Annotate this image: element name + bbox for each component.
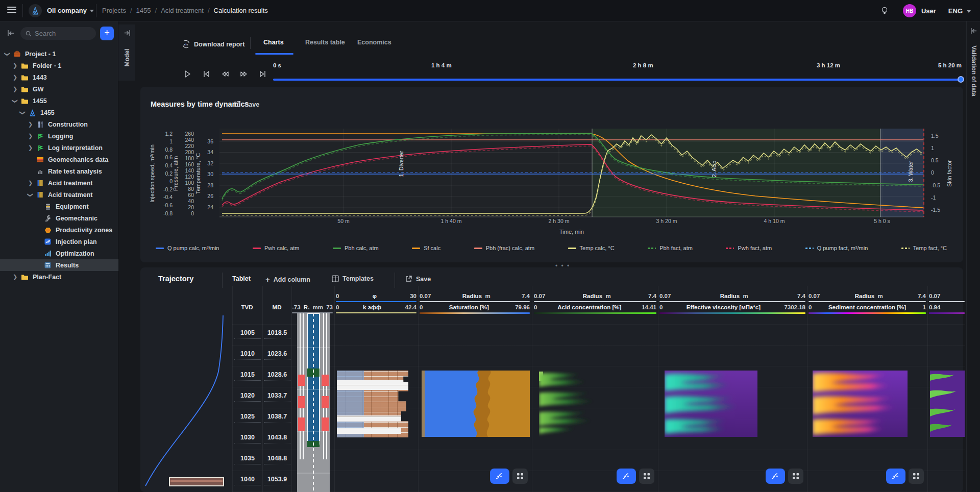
tree-item-productivity-zones[interactable]: Productivity zones <box>0 224 118 236</box>
curve-view-button[interactable] <box>490 469 509 484</box>
col-header-phi[interactable]: 0φ30 <box>336 293 416 299</box>
col-header-keff[interactable]: 0k эфф42.4 <box>336 304 416 310</box>
legend-item[interactable]: Temp calc, °C <box>568 245 615 251</box>
col-header-radius[interactable]: 0.07Radius m7.4 <box>808 293 926 299</box>
grid-view-button[interactable] <box>909 469 924 484</box>
tree-item-plan-fact[interactable]: ❯ Plan-Fact <box>0 271 118 283</box>
col-header-radius[interactable]: 0.07Radius m7.4 <box>420 293 530 299</box>
tree-item-construction[interactable]: ❯ Construction <box>0 118 118 130</box>
model-panel-tab[interactable]: Model <box>118 24 135 81</box>
tree-item-rate-test-analysis[interactable]: Rate test analysis <box>0 165 118 177</box>
legend-item[interactable]: Q pump fact, m³/min <box>805 245 868 251</box>
legend-item[interactable]: Pbh fact, atm <box>648 245 693 251</box>
col-header-partial[interactable]: 0.07 <box>929 293 965 299</box>
grid-view-button[interactable] <box>639 469 654 484</box>
language-caret-icon[interactable] <box>967 10 971 13</box>
trajectory-save-button[interactable]: Save <box>405 275 431 283</box>
tab-economics[interactable]: Economics <box>357 39 391 46</box>
tree-item-1455-well[interactable]: ❯ 1455 <box>0 107 118 118</box>
menu-icon[interactable] <box>7 7 16 14</box>
language-selector[interactable]: ENG <box>948 7 963 15</box>
col-header-partial-min[interactable]: 0.94 <box>929 304 965 310</box>
legend-item[interactable]: Pwh calc, atm <box>253 245 299 251</box>
skip-to-end-button[interactable] <box>258 69 267 79</box>
chevron-right-icon[interactable]: ❯ <box>13 274 18 280</box>
tree-item-1443[interactable]: ❯ 1443 <box>0 71 118 83</box>
col-header-saturation[interactable]: 0Saturation [%]79.96 <box>420 304 530 310</box>
grid-view-button[interactable] <box>788 469 803 484</box>
expand-panel-icon[interactable] <box>124 30 131 36</box>
time-dynamics-chart[interactable]: 1. Diverter 2. Acid 3. Water Injection s… <box>148 100 960 240</box>
legend-item[interactable]: Temp fact, °C <box>901 245 947 251</box>
tree-item-geomechanic[interactable]: Geomechanic <box>0 212 118 224</box>
chevron-down-icon[interactable]: ❯ <box>27 193 34 198</box>
chevron-right-icon[interactable]: ❯ <box>28 144 33 151</box>
company-logo[interactable] <box>29 4 42 17</box>
tree-item-logging[interactable]: ❯ Logging <box>0 130 118 142</box>
download-report-button[interactable]: xls Download report <box>182 40 244 48</box>
col-header-sediment-concentration[interactable]: 0Sediment concentration [%]1 <box>808 304 926 310</box>
legend-item[interactable]: Sf calc <box>412 245 440 251</box>
templates-button[interactable]: Templates <box>332 275 374 282</box>
add-project-button[interactable]: + <box>100 27 114 40</box>
legend-item[interactable]: Pbh calc, atm <box>333 245 379 251</box>
fast-forward-button[interactable] <box>239 69 249 79</box>
col-header-radius[interactable]: 0.07Radius m7.4 <box>659 293 805 299</box>
breadcrumb-item[interactable]: Acid treatment <box>161 7 204 14</box>
avatar[interactable]: HB <box>903 4 916 17</box>
tree-item-log-interpretation[interactable]: ❯ Log interpretation <box>0 142 118 154</box>
section-resize-handle[interactable]: • • • <box>555 262 570 269</box>
legend-item[interactable]: Q pump calc, m³/min <box>156 245 219 251</box>
timeline-track[interactable] <box>273 79 961 81</box>
chevron-right-icon[interactable]: ❯ <box>13 86 18 92</box>
play-button[interactable] <box>183 69 192 79</box>
col-header-r[interactable]: -73R.mm73 <box>292 304 333 310</box>
tree-item-injection-plan[interactable]: Injection plan <box>0 236 118 248</box>
tree-item-acid-treatment-2[interactable]: ❯ Acid treatment <box>0 189 118 201</box>
search-input[interactable]: Search <box>20 27 96 40</box>
chevron-down-icon[interactable]: ❯ <box>12 99 18 104</box>
trajectory-plot[interactable] <box>140 312 235 492</box>
col-header-radius[interactable]: 0.07Radius m7.4 <box>534 293 656 299</box>
legend-item[interactable]: Pwh fact, atm <box>726 245 772 251</box>
user-name[interactable]: User <box>921 7 936 15</box>
col-header-tvd[interactable]: TVD <box>232 304 262 310</box>
curve-view-button[interactable] <box>886 469 905 484</box>
tree-item-optimization[interactable]: Optimization <box>0 248 118 259</box>
rewind-button[interactable] <box>220 69 230 79</box>
tab-charts[interactable]: Charts <box>263 39 284 46</box>
chevron-down-icon[interactable]: ❯ <box>19 111 26 116</box>
breadcrumb-item[interactable]: 1455 <box>136 7 151 14</box>
col-header-md[interactable]: MD <box>263 304 291 310</box>
curve-view-button[interactable] <box>766 469 785 484</box>
chevron-right-icon[interactable]: ❯ <box>13 74 18 81</box>
chevron-right-icon[interactable]: ❯ <box>28 121 33 128</box>
tab-results-table[interactable]: Results table <box>305 39 345 46</box>
tree-item-project-1[interactable]: ❯ Project - 1 <box>0 48 118 60</box>
chevron-down-icon[interactable]: ❯ <box>4 52 11 57</box>
chevron-right-icon[interactable]: ❯ <box>28 180 33 186</box>
lamp-icon[interactable] <box>880 6 889 15</box>
col-header-acid-concentration[interactable]: 0Acid concentration [%]14.41 <box>534 304 656 310</box>
add-column-button[interactable]: + Add column <box>265 275 310 284</box>
tree-item-1455-folder[interactable]: ❯ 1455 <box>0 95 118 107</box>
legend-item[interactable]: Pbh (frac) calc, atm <box>474 245 534 251</box>
brand-name[interactable]: Oil company <box>47 7 87 14</box>
tree-item-results[interactable]: Results <box>0 259 118 271</box>
brand-caret-icon[interactable] <box>90 10 94 12</box>
skip-to-start-button[interactable] <box>202 69 211 79</box>
tree-item-gw[interactable]: ❯ GW <box>0 83 118 95</box>
tree-item-acid-treatment-1[interactable]: ❯ Acid treatment <box>0 177 118 189</box>
grid-view-button[interactable] <box>512 469 528 484</box>
collapse-panel-icon[interactable] <box>970 28 977 34</box>
timeline-thumb[interactable] <box>958 76 964 83</box>
chevron-right-icon[interactable]: ❯ <box>28 133 33 139</box>
tab-tablet[interactable]: Tablet <box>232 275 251 282</box>
tree-item-geomechanics-data[interactable]: Geomechanics data <box>0 154 118 165</box>
tree-item-equipment[interactable]: Equipment <box>0 201 118 212</box>
col-header-effective-viscosity[interactable]: 0Effective viscosity [мПа*с]7302.18 <box>659 304 805 310</box>
tree-item-folder-1[interactable]: ❯ Folder - 1 <box>0 60 118 71</box>
breadcrumb-item[interactable]: Projects <box>102 7 126 14</box>
chevron-right-icon[interactable]: ❯ <box>13 62 18 69</box>
collapse-sidebar-icon[interactable] <box>7 30 15 37</box>
